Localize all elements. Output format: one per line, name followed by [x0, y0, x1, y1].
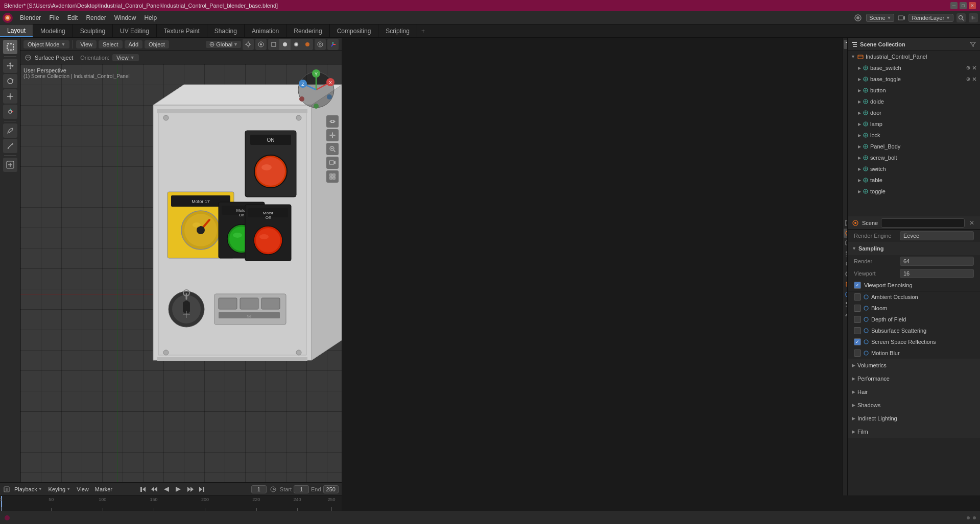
jump-start-button[interactable] [138, 484, 148, 494]
viewport-denoising-row[interactable]: Viewport Denoising [848, 280, 980, 291]
move-tool-button[interactable] [3, 59, 17, 73]
filter-icon-button[interactable] [969, 40, 977, 48]
render-engine-dropdown[interactable]: Eevee [900, 231, 974, 240]
scale-tool-button[interactable] [3, 89, 17, 104]
menu-blender[interactable]: Blender [16, 13, 44, 22]
restrict-visibility-icon[interactable] [966, 65, 971, 70]
select-tool-button[interactable] [3, 40, 17, 54]
render-layer-dropdown[interactable]: RenderLayer ▼ [909, 14, 953, 22]
view-all-button[interactable] [326, 170, 339, 183]
step-back-button[interactable] [150, 484, 160, 494]
menu-file[interactable]: File [45, 13, 62, 22]
measure-tool-button[interactable] [3, 139, 17, 153]
sss-checkbox[interactable] [854, 327, 861, 334]
proportional-button[interactable] [255, 39, 267, 50]
tab-scripting[interactable]: Scripting [378, 24, 417, 37]
zoom-button[interactable] [326, 143, 339, 155]
view-orientation-dropdown[interactable]: View ▼ [112, 54, 139, 61]
tab-add-button[interactable]: + [417, 24, 429, 37]
outliner-item-screw-bolt[interactable]: ▶ screw_bolt [848, 152, 980, 163]
jump-end-button[interactable] [197, 484, 207, 494]
props-close-button[interactable]: ✕ [968, 219, 976, 227]
timeline-ruler[interactable]: 1 50 100 150 200 220 240 250 [0, 496, 342, 511]
orientation-dropdown[interactable]: Global ▼ [206, 41, 241, 48]
outliner-item-panel-body[interactable]: ▶ Panel_Body [848, 141, 980, 152]
depth-of-field-item[interactable]: Depth of Field [848, 314, 980, 325]
tab-layout[interactable]: Layout [0, 24, 33, 37]
add-object-button[interactable] [3, 158, 17, 172]
render-samples-field[interactable]: 64 [900, 257, 974, 266]
vis-icon-1[interactable] [966, 77, 971, 82]
outliner-item-switch[interactable]: ▶ switch [848, 163, 980, 174]
keying-menu[interactable]: Keying ▼ [46, 486, 73, 493]
outliner-item-base-switch[interactable]: ▶ base_switch [848, 62, 980, 73]
current-frame-field[interactable]: 1 [251, 485, 267, 493]
view-timeline-menu[interactable]: View [75, 486, 91, 493]
shadows-header[interactable]: ▶ Shadows [848, 398, 980, 412]
film-header[interactable]: ▶ Film [848, 425, 980, 438]
motion-blur-item[interactable]: Motion Blur [848, 347, 980, 359]
playback-menu[interactable]: Playback ▼ [12, 486, 44, 493]
select-menu-button[interactable]: Select [99, 40, 123, 48]
tab-animation[interactable]: Animation [245, 24, 286, 37]
minimize-button[interactable]: ─ [950, 2, 958, 9]
add-menu-button[interactable]: Add [125, 40, 143, 48]
tab-sculpting[interactable]: Sculpting [73, 24, 113, 37]
maximize-button[interactable]: □ [960, 2, 967, 9]
material-button[interactable] [291, 39, 302, 50]
scene-dropdown[interactable]: Scene ▼ [866, 14, 894, 22]
hair-header[interactable]: ▶ Hair [848, 385, 980, 398]
ssr-checkbox[interactable] [854, 338, 861, 345]
bloom-item[interactable]: Bloom [848, 303, 980, 314]
blender-logo[interactable] [2, 12, 13, 23]
outliner-item-lock[interactable]: ▶ lock [848, 130, 980, 141]
ambient-occlusion-checkbox[interactable] [854, 293, 861, 301]
end-frame-field[interactable]: 250 [323, 485, 339, 493]
restrict-select-icon[interactable] [972, 65, 977, 70]
viewport-samples-field[interactable]: 16 [900, 269, 974, 278]
play-back-button[interactable] [161, 484, 172, 494]
motion-blur-checkbox[interactable] [854, 350, 861, 357]
close-button[interactable]: ✕ [969, 2, 976, 9]
menu-window[interactable]: Window [111, 13, 140, 22]
solid-button[interactable] [279, 39, 291, 50]
outliner-item-door[interactable]: ▶ door [848, 107, 980, 118]
dof-checkbox[interactable] [854, 316, 861, 323]
indirect-lighting-header[interactable]: ▶ Indirect Lighting [848, 412, 980, 425]
menu-render[interactable]: Render [82, 13, 109, 22]
outliner-item-toggle[interactable]: ▶ toggle [848, 186, 980, 197]
object-menu-button[interactable]: Object [145, 40, 169, 48]
tab-shading[interactable]: Shading [207, 24, 245, 37]
rotate-tool-button[interactable] [3, 74, 17, 88]
search-button[interactable] [957, 13, 966, 22]
viewport-3d[interactable]: ON Motor 17 Motor On Motor Off [20, 64, 342, 482]
outliner-item-base-toggle[interactable]: ▶ base_toggle [848, 73, 980, 85]
navigation-gizmo[interactable]: X Y Z [296, 69, 337, 110]
object-mode-dropdown[interactable]: Object Mode ▼ [23, 40, 69, 48]
outliner-item-lamp[interactable]: ▶ lamp [848, 118, 980, 130]
outliner-item-button[interactable]: ▶ button [848, 85, 980, 96]
rendered-button[interactable] [302, 39, 313, 50]
camera-view-button[interactable] [326, 157, 339, 169]
view-menu-button[interactable]: View [76, 40, 97, 48]
viewport-denoising-checkbox[interactable] [854, 282, 861, 289]
menu-edit[interactable]: Edit [64, 13, 82, 22]
outliner-item-table[interactable]: ▶ table [848, 174, 980, 186]
sel-icon-1[interactable] [972, 77, 977, 82]
timeline-icon[interactable] [3, 486, 10, 493]
marker-menu[interactable]: Marker [93, 486, 114, 493]
tab-uv-editing[interactable]: UV Editing [113, 24, 157, 37]
play-forward-button[interactable] [173, 484, 183, 494]
tab-modeling[interactable]: Modeling [33, 24, 73, 37]
gizmo-toggle-button[interactable] [327, 39, 339, 50]
snap-button[interactable] [243, 39, 254, 50]
menu-help[interactable]: Help [140, 13, 160, 22]
tab-compositing[interactable]: Compositing [330, 24, 379, 37]
step-forward-button[interactable] [185, 484, 195, 494]
sampling-header[interactable]: ▼ Sampling [848, 242, 980, 255]
performance-header[interactable]: ▶ Performance [848, 372, 980, 385]
overlay-button[interactable] [315, 39, 326, 50]
wireframe-button[interactable] [268, 39, 279, 50]
outliner-item-collection[interactable]: ▼ Industrial_Control_Panel [848, 51, 980, 62]
tab-rendering[interactable]: Rendering [286, 24, 329, 37]
